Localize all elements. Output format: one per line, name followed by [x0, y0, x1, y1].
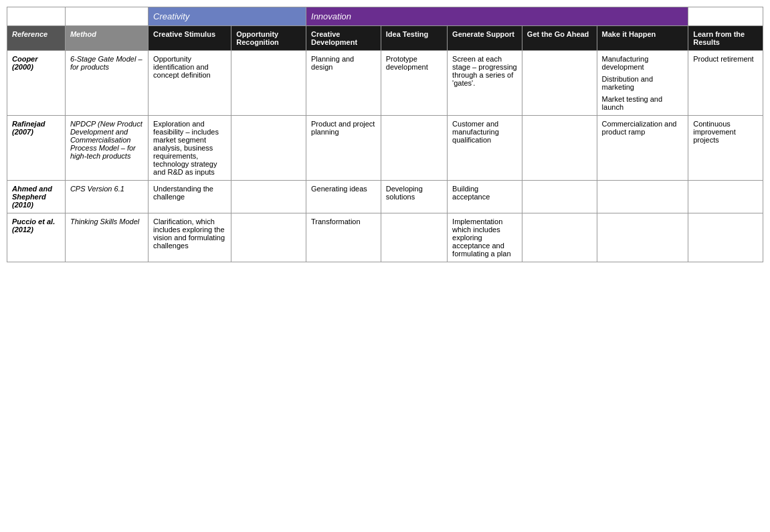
- cell-get-the-go-ahead: [522, 181, 597, 213]
- cell-get-the-go-ahead: [522, 116, 597, 181]
- cell-opportunity-recognition: [231, 213, 306, 262]
- cell-make-it-happen: Manufacturing developmentDistribution an…: [597, 51, 688, 116]
- cell-opportunity-recognition: [231, 51, 306, 116]
- table-row: Ahmed and Shepherd (2010)CPS Version 6.1…: [7, 181, 763, 213]
- cell-creative-stimulus: Understanding the challenge: [149, 181, 231, 213]
- cell-reference: Puccio et al. (2012): [7, 213, 66, 262]
- creativity-header: Creativity: [149, 7, 306, 26]
- cell-reference: Cooper (2000): [7, 51, 66, 116]
- cell-reference: Rafinejad (2007): [7, 116, 66, 181]
- header-idea-testing: Idea Testing: [381, 26, 447, 51]
- header-learn-from-results: Learn from the Results: [688, 26, 763, 51]
- cell-generate-support: Screen at each stage – progressing throu…: [448, 51, 522, 116]
- cell-creative-stimulus: Opportunity identification and concept d…: [149, 51, 231, 116]
- cell-generate-support: Building acceptance: [448, 181, 522, 213]
- header-opportunity-recognition: Opportunity Recognition: [231, 26, 306, 51]
- header-get-the-go-ahead: Get the Go Ahead: [522, 26, 597, 51]
- cell-get-the-go-ahead: [522, 51, 597, 116]
- cell-learn-from-results: Continuous improvement projects: [688, 116, 763, 181]
- cell-generate-support: Implementation which includes exploring …: [448, 213, 522, 262]
- cell-reference: Ahmed and Shepherd (2010): [7, 181, 66, 213]
- top-header-row: Creativity Innovation: [7, 7, 763, 26]
- top-empty-1: [7, 7, 66, 26]
- innovation-header: Innovation: [306, 7, 688, 26]
- cell-creative-development: Product and project planning: [306, 116, 381, 181]
- cell-learn-from-results: [688, 181, 763, 213]
- cell-learn-from-results: [688, 213, 763, 262]
- cell-idea-testing: [381, 116, 447, 181]
- cell-learn-from-results: Product retirement: [688, 51, 763, 116]
- cell-creative-development: Planning and design: [306, 51, 381, 116]
- table-row: Puccio et al. (2012)Thinking Skills Mode…: [7, 213, 763, 262]
- cell-idea-testing: [381, 213, 447, 262]
- cell-idea-testing: Prototype development: [381, 51, 447, 116]
- header-make-it-happen: Make it Happen: [597, 26, 688, 51]
- cell-get-the-go-ahead: [522, 213, 597, 262]
- top-empty-2: [65, 7, 148, 26]
- cell-generate-support: Customer and manufacturing qualification: [448, 116, 522, 181]
- header-creative-stimulus: Creative Stimulus: [149, 26, 231, 51]
- table-row: Cooper (2000)6-Stage Gate Model – for pr…: [7, 51, 763, 116]
- cell-make-it-happen: Commercialization and product ramp: [597, 116, 688, 181]
- header-creative-development: Creative Development: [306, 26, 381, 51]
- cell-creative-stimulus: Exploration and feasibility – includes m…: [149, 116, 231, 181]
- cell-method: CPS Version 6.1: [65, 181, 148, 213]
- sub-header-row: Reference Method Creative Stimulus Oppor…: [7, 26, 763, 51]
- cell-method: Thinking Skills Model: [65, 213, 148, 262]
- header-reference: Reference: [7, 26, 66, 51]
- header-method: Method: [65, 26, 148, 51]
- cell-idea-testing: Developing solutions: [381, 181, 447, 213]
- cell-creative-stimulus: Clarification, which includes exploring …: [149, 213, 231, 262]
- table-row: Rafinejad (2007)NPDCP (New Product Devel…: [7, 116, 763, 181]
- cell-method: 6-Stage Gate Model – for products: [65, 51, 148, 116]
- cell-creative-development: Generating ideas: [306, 181, 381, 213]
- cell-method: NPDCP (New Product Development and Comme…: [65, 116, 148, 181]
- cell-make-it-happen: [597, 213, 688, 262]
- top-empty-3: [688, 7, 763, 26]
- header-generate-support: Generate Support: [448, 26, 522, 51]
- cell-make-it-happen: [597, 181, 688, 213]
- cell-opportunity-recognition: [231, 116, 306, 181]
- cell-creative-development: Transformation: [306, 213, 381, 262]
- cell-opportunity-recognition: [231, 181, 306, 213]
